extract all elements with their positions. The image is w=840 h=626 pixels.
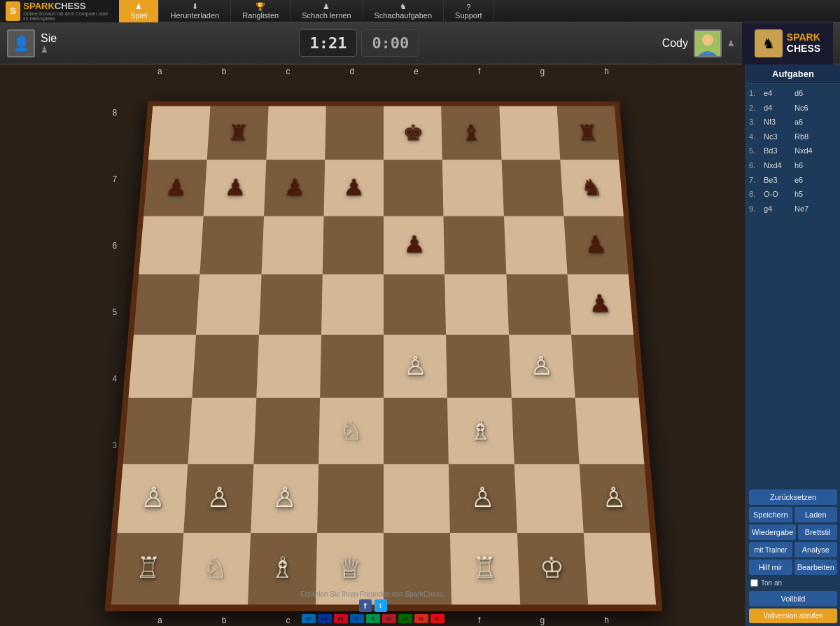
nav-tab-schach-lernen[interactable]: ♟ Schach lernen [290, 0, 363, 22]
cell-g7[interactable] [501, 160, 564, 216]
nav-tab-ranglisten[interactable]: 🏆 Ranglisten [231, 0, 290, 22]
flag-ru[interactable]: ru [414, 614, 428, 623]
sound-checkbox[interactable] [750, 579, 758, 587]
flag-fr[interactable]: fr [350, 614, 364, 623]
piece-wP-e4[interactable]: ♙ [403, 354, 426, 379]
cell-a2[interactable]: ♙ [117, 464, 188, 532]
cell-b8[interactable]: ♜ [206, 106, 267, 160]
piece-bP-a7[interactable]: ♟ [164, 176, 187, 199]
cell-e4[interactable]: ♙ [384, 335, 447, 398]
flag-es[interactable]: es [334, 614, 348, 623]
cell-d6[interactable] [322, 216, 383, 274]
move-white-3[interactable]: Nf3 [762, 116, 792, 130]
cell-c3[interactable] [253, 398, 319, 464]
cell-e3[interactable] [384, 398, 449, 464]
move-white-8[interactable]: O-O [762, 188, 792, 202]
trainer-button[interactable]: mit Trainer [749, 542, 792, 557]
move-white-7[interactable]: Be3 [762, 174, 792, 188]
cell-b5[interactable] [196, 274, 261, 335]
cell-g5[interactable] [505, 274, 570, 335]
cell-f5[interactable] [444, 274, 508, 335]
piece-bP-h6[interactable]: ♟ [584, 233, 607, 257]
piece-wP-a2[interactable]: ♙ [140, 484, 166, 512]
cell-a7[interactable]: ♟ [144, 160, 207, 216]
move-black-2[interactable]: Nc6 [792, 102, 823, 116]
cell-d4[interactable] [319, 335, 383, 398]
piece-bN-h7[interactable]: ♞ [580, 176, 603, 199]
flag-it[interactable]: it [366, 614, 380, 623]
piece-wP-b2[interactable]: ♙ [206, 484, 231, 512]
boardstyle-button[interactable]: Brettstil [798, 524, 837, 540]
cell-f4[interactable] [446, 335, 511, 398]
save-button[interactable]: Speichern [749, 507, 792, 522]
piece-wP-h2[interactable]: ♙ [601, 484, 627, 512]
nav-tab-schachaufgaben[interactable]: ♞ Schachaufgaben [363, 0, 444, 22]
move-white-9[interactable]: g4 [762, 202, 792, 216]
cell-g2[interactable] [514, 464, 583, 532]
cell-b7[interactable]: ♟ [203, 160, 265, 216]
cell-b2[interactable]: ♙ [183, 464, 253, 532]
flag-en[interactable]: en [318, 614, 332, 623]
cell-f8[interactable]: ♝ [441, 106, 501, 160]
cell-b4[interactable] [192, 335, 258, 398]
piece-wP-c2[interactable]: ♙ [272, 484, 297, 512]
piece-wQ-d1[interactable]: ♕ [337, 554, 362, 583]
piece-wN-b1[interactable]: ♘ [202, 554, 228, 583]
move-white-4[interactable]: Nc3 [762, 130, 792, 144]
help-button[interactable]: Hilf mir [749, 559, 792, 575]
piece-wP-g4[interactable]: ♙ [529, 354, 553, 379]
cell-d3[interactable]: ♘ [318, 398, 383, 464]
cell-a8[interactable] [148, 106, 210, 160]
cell-f6[interactable] [443, 216, 505, 274]
piece-bR-h8[interactable]: ♜ [576, 122, 598, 144]
nav-tab-herunterladen[interactable]: ⬇ Herunterladen [159, 0, 231, 22]
cell-g8[interactable] [498, 106, 559, 160]
move-black-1[interactable]: d6 [792, 87, 823, 101]
cell-a4[interactable] [128, 335, 196, 398]
move-black-3[interactable]: a6 [792, 116, 823, 130]
cell-c8[interactable] [265, 106, 326, 160]
cell-c5[interactable] [258, 274, 322, 335]
cell-h2[interactable]: ♙ [579, 464, 650, 532]
piece-bP-d7[interactable]: ♟ [343, 176, 365, 199]
piece-bP-h5[interactable]: ♟ [588, 292, 612, 317]
nav-tab-support[interactable]: ? Support [444, 0, 494, 22]
load-button[interactable]: Laden [794, 507, 838, 522]
piece-wR-a1[interactable]: ♖ [134, 554, 161, 583]
cell-c2[interactable]: ♙ [250, 464, 318, 532]
cell-a6[interactable] [139, 216, 204, 274]
flag-nl[interactable]: nl [382, 614, 396, 623]
cell-a3[interactable] [122, 398, 192, 464]
piece-wR-f1[interactable]: ♖ [472, 554, 497, 583]
flag-pt[interactable]: pt [398, 614, 412, 623]
piece-bB-f8[interactable]: ♝ [460, 122, 482, 144]
cell-e8[interactable]: ♚ [384, 106, 442, 160]
cell-d7[interactable]: ♟ [323, 160, 384, 216]
nav-tab-spiel[interactable]: ♟ Spiel [119, 0, 159, 22]
analyse-button[interactable]: Analyse [794, 542, 838, 557]
move-white-5[interactable]: Bd3 [762, 144, 792, 158]
move-black-4[interactable]: Rb8 [792, 130, 823, 144]
facebook-icon[interactable]: f [359, 599, 372, 612]
cell-c7[interactable]: ♟ [263, 160, 324, 216]
move-white-6[interactable]: Nxd4 [762, 159, 792, 173]
cell-f7[interactable] [442, 160, 503, 216]
cell-e7[interactable] [384, 160, 444, 216]
piece-wB-f3[interactable]: ♗ [468, 417, 492, 444]
cell-h8[interactable]: ♜ [556, 106, 619, 160]
cell-a5[interactable] [134, 274, 200, 335]
cell-g4[interactable]: ♙ [508, 335, 575, 398]
piece-bP-b7[interactable]: ♟ [223, 176, 246, 199]
flag-cy[interactable]: cy [302, 614, 316, 623]
cell-d5[interactable] [321, 274, 383, 335]
cell-e5[interactable] [384, 274, 446, 335]
move-black-9[interactable]: Ne7 [792, 202, 823, 216]
cell-h5[interactable]: ♟ [567, 274, 634, 335]
reset-button[interactable]: Zurücksetzen [749, 489, 837, 505]
cell-d2[interactable] [316, 464, 383, 532]
piece-wN-d3[interactable]: ♘ [340, 417, 363, 444]
fullscreen-button[interactable]: Vollbild [749, 591, 837, 606]
cell-e6[interactable]: ♟ [384, 216, 444, 274]
cell-f2[interactable]: ♙ [449, 464, 517, 532]
piece-wB-c1[interactable]: ♗ [270, 554, 295, 583]
